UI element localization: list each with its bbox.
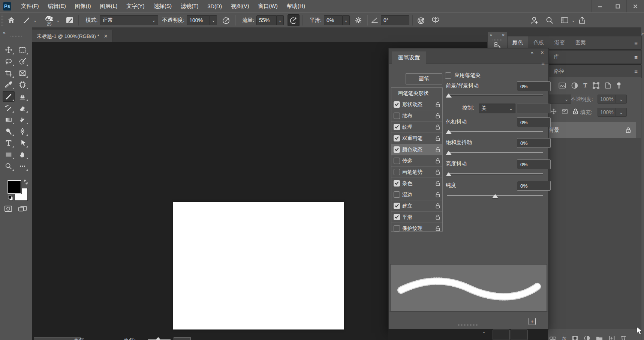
path-selection-tool[interactable] [16, 138, 28, 148]
menu-select[interactable]: 选择(S) [149, 0, 176, 12]
close-panel-icon[interactable]: ✕ [541, 50, 544, 55]
panel-dock-icon[interactable] [494, 42, 501, 48]
unlock-icon[interactable] [436, 215, 440, 220]
dodge-tool[interactable] [3, 126, 15, 137]
eyedropper-tool[interactable] [3, 80, 15, 90]
chevron-down-icon[interactable]: ⌄ [482, 329, 486, 334]
slider-thumb[interactable] [446, 93, 452, 98]
unlock-icon[interactable] [436, 181, 440, 186]
tab-patterns[interactable]: 图案 [570, 36, 591, 49]
expand-dock-icon[interactable]: » [641, 31, 644, 36]
opacity-dropdown-icon[interactable]: ⌄ [210, 15, 217, 25]
eraser-tool[interactable] [16, 103, 28, 113]
layer-row-background[interactable]: 背景 [548, 122, 636, 138]
document-tab[interactable]: 未标题-1 @ 100%(RGB/8) * ✕ [32, 30, 113, 42]
blend-mode-select[interactable]: 正常 ⌄ [100, 15, 158, 25]
adjustment-layer-icon[interactable] [584, 336, 590, 340]
healing-brush-tool[interactable] [16, 80, 28, 90]
menu-layer[interactable]: 图层(L) [96, 0, 122, 12]
menu-window[interactable]: 窗口(W) [254, 0, 282, 12]
purity-slider[interactable] [447, 194, 543, 198]
share-icon[interactable] [577, 15, 588, 26]
brush-angle-input[interactable]: 0° [381, 15, 409, 25]
lock-position-icon[interactable] [550, 108, 557, 115]
smoothing-input[interactable]: 0% [324, 15, 343, 25]
flow-dropdown-icon[interactable]: ⌄ [277, 15, 284, 25]
collapse-tools-icon[interactable]: « [3, 30, 6, 35]
new-brush-icon[interactable]: + [529, 318, 536, 325]
close-document-icon[interactable]: ✕ [104, 33, 108, 39]
rectangle-tool[interactable] [3, 149, 15, 160]
brush-option-color-dynamics[interactable]: 颜色动态 [391, 144, 442, 155]
fg-bg-jitter-value[interactable]: 0% [517, 81, 551, 91]
pressure-opacity-icon[interactable] [221, 15, 232, 26]
brush-settings-header[interactable]: 画笔设置 « ✕ [389, 48, 548, 64]
options-bar-grip[interactable] [1, 15, 3, 26]
move-tool[interactable] [3, 45, 15, 55]
smudge-tool[interactable] [16, 114, 28, 125]
panel-menu-icon[interactable]: ≡ [541, 60, 545, 67]
tool-preset-picker[interactable]: ⌄ [22, 16, 37, 25]
unlock-icon[interactable] [436, 102, 440, 107]
menu-type[interactable]: 文字(Y) [122, 0, 149, 12]
filter-type-icon[interactable]: T [583, 82, 587, 89]
zoom-tool[interactable] [3, 161, 15, 172]
filter-smartobject-icon[interactable] [605, 82, 611, 89]
hue-jitter-value[interactable]: 0% [517, 117, 551, 127]
unlock-icon[interactable] [436, 147, 440, 152]
panel-grip[interactable] [493, 39, 502, 41]
slider-thumb[interactable] [446, 172, 452, 176]
brush-option-protect-texture[interactable]: 保护纹理 [391, 223, 442, 234]
unlock-icon[interactable] [436, 203, 440, 209]
checkbox[interactable] [394, 180, 400, 187]
quick-mask-icon[interactable] [4, 205, 12, 212]
brush-option-shape-dynamics[interactable]: 形状动态 [391, 99, 442, 110]
tab-libraries[interactable]: 库 [548, 51, 564, 63]
object-selection-tool[interactable] [16, 56, 28, 67]
brush-option-transfer[interactable]: 传递 [391, 155, 442, 167]
layer-mask-icon[interactable] [572, 336, 578, 340]
panel-menu-icon[interactable]: ≡ [634, 68, 638, 75]
marquee-tool[interactable] [16, 45, 28, 55]
hand-tool[interactable] [16, 149, 28, 160]
toggle-brush-settings-icon[interactable] [64, 15, 75, 26]
edit-toolbar-ellipsis-icon[interactable] [16, 161, 28, 172]
brush-tool[interactable] [3, 91, 15, 102]
layer-locked-icon[interactable] [626, 127, 631, 133]
slider-thumb[interactable] [446, 151, 452, 155]
panel-menu-icon[interactable]: ≡ [634, 40, 638, 46]
fg-bg-jitter-slider[interactable] [447, 93, 543, 98]
unlock-icon[interactable] [436, 192, 440, 197]
search-icon[interactable] [544, 15, 555, 26]
checkbox[interactable] [394, 158, 400, 164]
checkbox[interactable] [394, 146, 400, 153]
maximize-button[interactable] [609, 0, 626, 12]
saturation-jitter-slider[interactable] [447, 150, 543, 155]
tab-swatches[interactable]: 色板 [528, 36, 549, 49]
checkbox[interactable] [394, 191, 400, 198]
new-layer-icon[interactable] [609, 336, 615, 340]
new-group-icon[interactable] [596, 336, 603, 340]
flow-input[interactable]: 55% [256, 15, 277, 25]
status-slider-thumb[interactable] [156, 337, 160, 340]
symmetry-butterfly-icon[interactable] [430, 15, 441, 26]
brush-option-wet-edges[interactable]: 湿边 [391, 189, 442, 200]
tab-gradients[interactable]: 渐变 [549, 36, 570, 49]
close-panel-icon[interactable]: ✕ [502, 33, 505, 37]
tools-panel-grip[interactable] [10, 36, 22, 37]
purity-value[interactable]: 0% [517, 181, 551, 191]
document-canvas[interactable] [173, 202, 344, 329]
workspace-switcher-icon[interactable] [559, 15, 570, 26]
filter-adjustment-icon[interactable] [571, 82, 578, 89]
unlock-icon[interactable] [436, 158, 440, 164]
menu-help[interactable]: 帮助(H) [282, 0, 310, 12]
lasso-tool[interactable] [3, 56, 15, 67]
menu-view[interactable]: 视图(V) [226, 0, 253, 12]
brush-option-build-up[interactable]: 建立 [391, 200, 442, 212]
brightness-jitter-value[interactable]: 0% [517, 159, 551, 169]
brush-option-texture[interactable]: 纹理 [391, 122, 442, 133]
brush-option-brush-pose[interactable]: 画笔笔势 [391, 167, 442, 178]
checkbox[interactable] [394, 101, 400, 108]
swap-colors-icon[interactable] [23, 179, 28, 185]
checkbox[interactable] [394, 169, 400, 175]
